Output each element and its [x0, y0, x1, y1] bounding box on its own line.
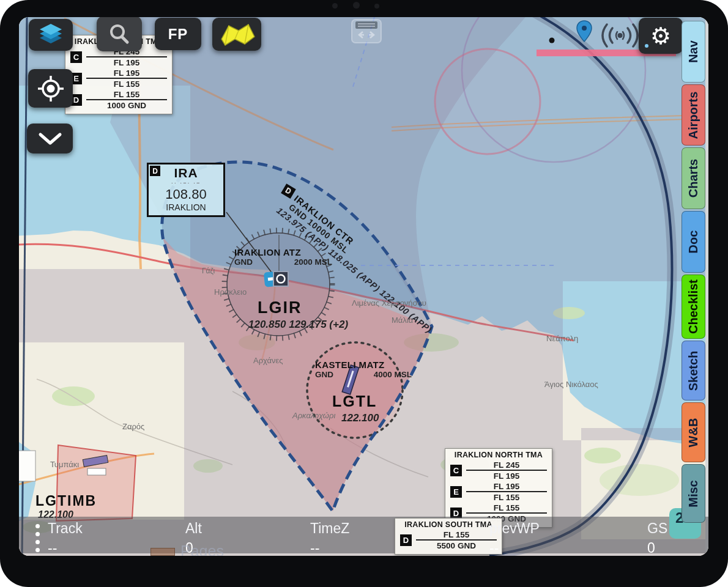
status-bar[interactable]	[19, 517, 708, 553]
town-label: Άγιος Νικόλαος	[544, 380, 598, 389]
fp-label: FP	[168, 26, 188, 43]
gear-orbit-dot	[645, 44, 648, 48]
class-badge: C	[70, 51, 82, 63]
town-label: Γάζι	[202, 267, 215, 275]
navaid-box-ira[interactable]: D IRA ·· ·−· ·− 108.80 IRAKLION	[147, 163, 225, 217]
atz-name: IRAKLION ATZ	[234, 247, 332, 257]
settings-button[interactable]: ⚙	[639, 18, 683, 54]
navaid-morse: ·· ·−· ·−	[149, 180, 223, 185]
app-screen: D IRA ·· ·−· ·− 108.80 IRAKLION D IRAKLI…	[19, 17, 708, 556]
split-screen-icon	[351, 18, 382, 44]
camera-dot	[374, 4, 379, 9]
tma-table-north-bottom: IRAKLION NORTH TMA C FL 245FL 195 E FL 1…	[445, 448, 552, 528]
class-badge: E	[450, 486, 462, 498]
lgtl-label[interactable]: LGTL	[332, 393, 377, 410]
class-badge: D	[150, 166, 160, 176]
lgir-label[interactable]: LGIR	[258, 298, 302, 317]
split-screen-button[interactable]	[351, 18, 382, 44]
camera-dot	[353, 2, 360, 9]
chart-button[interactable]	[212, 18, 261, 51]
lgtimb-label[interactable]: LGTIMB	[35, 493, 97, 509]
matz-upper: 4000 MSL	[374, 370, 412, 379]
tab-sketch[interactable]: Sketch	[682, 341, 705, 401]
class-badge: C	[450, 465, 462, 476]
tab-airports[interactable]: Airports	[682, 84, 705, 146]
sidebar-tabs: Nav Airports Charts Doc Checklist Sketch…	[682, 21, 705, 525]
search-button[interactable]	[97, 17, 142, 51]
screen-edge-strip	[705, 17, 708, 556]
tab-doc[interactable]: Doc	[682, 211, 705, 273]
tab-wb[interactable]: W&B	[682, 402, 705, 462]
search-icon	[107, 22, 132, 46]
gear-icon: ⚙	[650, 24, 671, 48]
tab-charts[interactable]: Charts	[682, 147, 705, 209]
town-label: Τυμπάκι	[50, 460, 79, 469]
town-label: Αρκαλοχώρι	[292, 411, 335, 420]
pages-icon	[150, 548, 175, 556]
danger-circle	[435, 49, 540, 154]
chevron-down-icon	[37, 131, 64, 146]
atz-upper: 2000 MSL	[294, 257, 332, 267]
overflow-menu-icon[interactable]	[35, 524, 40, 556]
tab-misc[interactable]: Misc	[682, 464, 705, 523]
layers-button[interactable]	[29, 19, 73, 51]
matz-name: KASTELI MATZ	[315, 360, 412, 370]
collapse-button[interactable]	[27, 124, 73, 153]
pages-button[interactable]: Pages	[180, 542, 224, 556]
atz-lower: GND	[234, 257, 253, 267]
tab-checklist[interactable]: Checklist	[682, 275, 705, 339]
lgtl-frequency: 122.100	[341, 412, 379, 424]
layers-icon	[37, 23, 65, 47]
lgir-airport-icon[interactable]	[264, 270, 288, 287]
camera-dot	[332, 3, 338, 9]
flight-plan-button[interactable]: FP	[155, 18, 201, 50]
town-label: Ζαρός	[122, 422, 144, 431]
matz-label: KASTELI MATZ GND 4000 MSL	[315, 360, 412, 379]
clipped-label-box	[19, 451, 35, 481]
atz-label: IRAKLION ATZ GND 2000 MSL	[234, 247, 332, 267]
matz-lower: GND	[315, 370, 333, 379]
chart-icon	[217, 22, 257, 46]
town-label: Νεάπολη	[546, 334, 578, 343]
tma-table-south: IRAKLION SOUTH TMA D FL 1555500 GND	[395, 518, 502, 555]
navaid-name: IRAKLION	[149, 202, 223, 212]
class-badge: D	[400, 534, 412, 546]
navaid-frequency: 108.80	[149, 186, 223, 202]
map-dot	[549, 38, 555, 43]
town-label: Αρχάνες	[253, 356, 283, 365]
town-label: Ηράκλειο	[214, 287, 247, 297]
town-label: Μάλια	[392, 316, 413, 325]
lgir-frequencies: 120.850 129.175 (+2)	[248, 319, 348, 331]
locate-button[interactable]	[28, 69, 73, 108]
town-label: Λιμένας Χερσονήσου	[352, 298, 426, 308]
tablet-bezel: D IRA ·· ·−· ·− 108.80 IRAKLION D IRAKLI…	[0, 0, 728, 587]
tab-nav[interactable]: Nav	[682, 21, 705, 83]
locate-icon	[37, 75, 64, 102]
